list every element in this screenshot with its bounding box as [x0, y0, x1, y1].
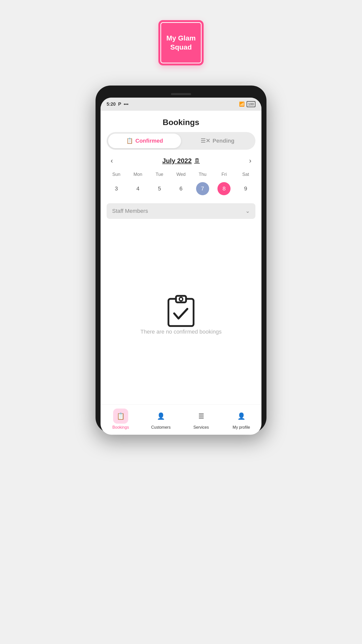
time-display: 5:20 — [107, 102, 116, 107]
phone-notch — [101, 91, 261, 98]
bookings-icon-wrap: 📋 — [113, 409, 128, 424]
day-4[interactable]: 4 — [127, 181, 149, 196]
dots-icon: ••• — [124, 102, 128, 107]
profile-icon-wrap: 👤 — [234, 409, 249, 424]
day-7-selected[interactable]: 7 — [196, 182, 209, 195]
pending-tab-label: Pending — [213, 138, 235, 144]
day-header-tue: Tue — [149, 170, 170, 179]
day-8-selected[interactable]: 8 — [217, 182, 231, 195]
calendar-icon: 🗓 — [194, 157, 200, 164]
empty-state: There are no confirmed bookings — [101, 224, 261, 404]
carrier-icon: P — [118, 102, 121, 107]
day-header-wed: Wed — [170, 170, 192, 179]
dropdown-arrow-icon: ⌄ — [245, 208, 250, 214]
customers-nav-label: Customers — [151, 425, 170, 430]
day-9[interactable]: 9 — [235, 181, 256, 196]
pending-tab[interactable]: ☰✕ Pending — [181, 134, 254, 148]
confirmed-tab-label: Confirmed — [135, 138, 163, 144]
nav-item-customers[interactable]: 👤 Customers — [141, 409, 181, 430]
confirmed-tab-icon: 📋 — [126, 138, 133, 144]
nav-item-profile[interactable]: 👤 My profile — [221, 409, 261, 430]
status-left: 5:20 P ••• — [107, 102, 128, 107]
day-5[interactable]: 5 — [149, 181, 170, 196]
confirmed-tab[interactable]: 📋 Confirmed — [108, 134, 181, 148]
page-title: Bookings — [101, 111, 261, 132]
day-headers: Sun Mon Tue Wed Thu Fri Sat — [106, 170, 256, 179]
bottom-navigation: 📋 Bookings 👤 Customers ☰ Services 👤 — [101, 404, 261, 435]
battery-icon: 100 — [247, 101, 255, 107]
services-icon: ☰ — [198, 412, 204, 420]
status-right: 📶 100 — [239, 101, 255, 107]
calendar-grid: Sun Mon Tue Wed Thu Fri Sat 3 4 5 6 7 8 … — [101, 170, 261, 201]
phone-frame: 5:20 P ••• 📶 100 Bookings 📋 Confirmed ☰✕ — [96, 86, 266, 433]
clipboard-checkmark-icon — [165, 293, 197, 329]
next-month-button[interactable]: › — [247, 156, 254, 166]
day-6[interactable]: 6 — [170, 181, 192, 196]
speaker — [171, 93, 191, 95]
nav-item-services[interactable]: ☰ Services — [181, 409, 221, 430]
day-header-thu: Thu — [192, 170, 213, 179]
tab-switcher: 📋 Confirmed ☰✕ Pending — [107, 132, 255, 150]
month-year-label: July 2022 — [162, 157, 192, 165]
prev-month-button[interactable]: ‹ — [108, 156, 115, 166]
status-bar: 5:20 P ••• 📶 100 — [101, 98, 261, 111]
day-header-sat: Sat — [235, 170, 256, 179]
day-header-sun: Sun — [106, 170, 127, 179]
nav-item-bookings[interactable]: 📋 Bookings — [101, 409, 141, 430]
services-icon-wrap: ☰ — [194, 409, 209, 424]
calendar-month-year: July 2022 🗓 — [162, 157, 200, 165]
wifi-icon: 📶 — [239, 101, 245, 107]
day-header-fri: Fri — [213, 170, 235, 179]
pending-tab-icon: ☰✕ — [201, 138, 210, 144]
bookings-icon: 📋 — [117, 412, 125, 420]
staff-members-dropdown[interactable]: Staff Members ⌄ — [107, 203, 255, 219]
calendar-header: ‹ July 2022 🗓 › — [101, 156, 261, 170]
phone-screen: 5:20 P ••• 📶 100 Bookings 📋 Confirmed ☰✕ — [101, 98, 261, 435]
customers-icon-wrap: 👤 — [153, 409, 168, 424]
content-area: Bookings 📋 Confirmed ☰✕ Pending ‹ July 2… — [101, 111, 261, 404]
profile-icon: 👤 — [237, 412, 245, 420]
day-header-mon: Mon — [127, 170, 149, 179]
customers-icon: 👤 — [157, 412, 165, 420]
day-3[interactable]: 3 — [106, 181, 127, 196]
logo-text: My GlamSquad — [166, 34, 196, 52]
empty-state-message: There are no confirmed bookings — [141, 329, 222, 335]
week-row: 3 4 5 6 7 8 9 — [106, 181, 256, 196]
staff-dropdown-label: Staff Members — [112, 208, 148, 214]
profile-nav-label: My profile — [233, 425, 250, 430]
bookings-nav-label: Bookings — [112, 425, 129, 430]
app-logo: My GlamSquad — [158, 20, 204, 65]
svg-point-2 — [179, 297, 183, 301]
services-nav-label: Services — [193, 425, 209, 430]
